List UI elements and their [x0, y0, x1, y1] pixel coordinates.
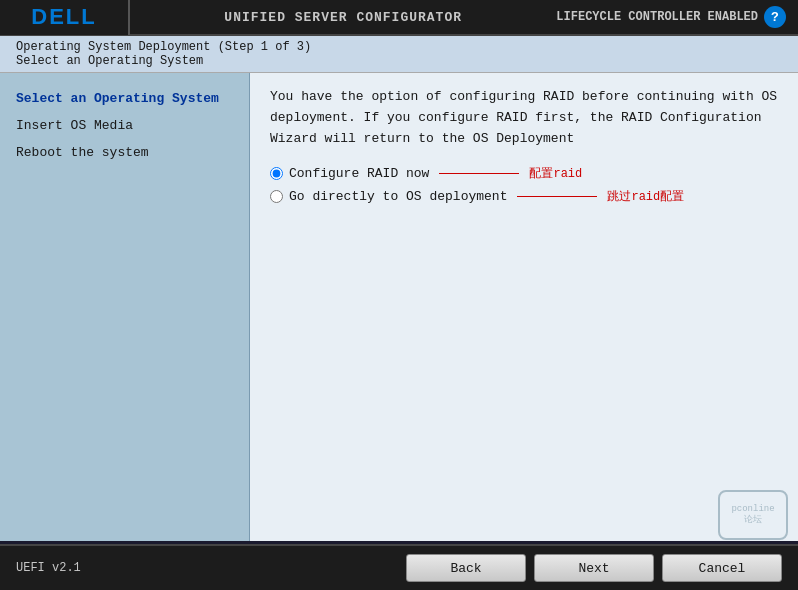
sidebar: Select an Operating System Insert OS Med… [0, 73, 250, 541]
radio-direct-deploy[interactable] [270, 190, 283, 203]
lifecycle-badge: LIFECYCLE CONTROLLER ENABLED ? [556, 6, 798, 28]
radio-option-configure-raid: Configure RAID now 配置raid [270, 165, 778, 182]
next-button[interactable]: Next [534, 554, 654, 582]
content-area: You have the option of configuring RAID … [250, 73, 798, 541]
breadcrumb-bar: Operating System Deployment (Step 1 of 3… [0, 36, 798, 73]
help-icon: ? [771, 10, 779, 25]
radio-configure-raid-label[interactable]: Configure RAID now [289, 166, 429, 181]
radio-direct-deploy-label[interactable]: Go directly to OS deployment [289, 189, 507, 204]
annotation-direct-deploy: 跳过raid配置 [607, 188, 684, 205]
sub-title: Select an Operating System [16, 54, 782, 68]
annotation-line-1: 配置raid [435, 165, 582, 182]
dell-logo: DELL [0, 0, 130, 35]
header: DELL UNIFIED SERVER CONFIGURATOR LIFECYC… [0, 0, 798, 36]
annotation-line-2: 跳过raid配置 [513, 188, 684, 205]
back-button[interactable]: Back [406, 554, 526, 582]
annotation-configure-raid: 配置raid [529, 165, 582, 182]
header-title: UNIFIED SERVER CONFIGURATOR [130, 10, 556, 25]
help-button[interactable]: ? [764, 6, 786, 28]
uefi-version: UEFI v2.1 [16, 561, 81, 575]
footer: UEFI v2.1 Back Next Cancel [0, 544, 798, 590]
radio-option-direct-deploy: Go directly to OS deployment 跳过raid配置 [270, 188, 778, 205]
dell-logo-text: DELL [31, 4, 96, 30]
step-title: Operating System Deployment (Step 1 of 3… [16, 40, 782, 54]
dash-line-1 [439, 173, 519, 174]
content-description: You have the option of configuring RAID … [270, 87, 778, 149]
cancel-button[interactable]: Cancel [662, 554, 782, 582]
radio-configure-raid[interactable] [270, 167, 283, 180]
dash-line-2 [517, 196, 597, 197]
sidebar-item-select-os[interactable]: Select an Operating System [0, 85, 249, 112]
lifecycle-label: LIFECYCLE CONTROLLER ENABLED [556, 10, 758, 24]
sidebar-item-reboot[interactable]: Reboot the system [0, 139, 249, 166]
sidebar-item-insert-os-media[interactable]: Insert OS Media [0, 112, 249, 139]
footer-buttons: Back Next Cancel [406, 554, 782, 582]
main-layout: Select an Operating System Insert OS Med… [0, 73, 798, 541]
